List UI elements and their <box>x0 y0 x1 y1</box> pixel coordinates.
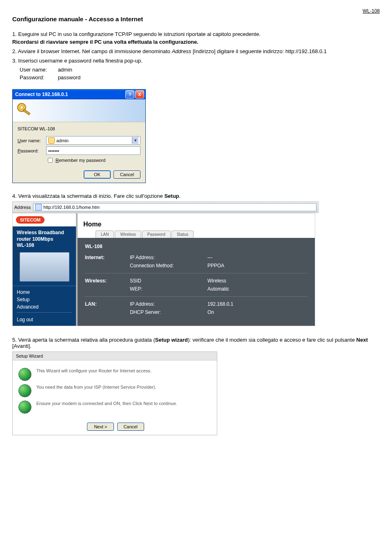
router-admin-page: SITECOM Wireless Broadband router 100Mbp… <box>12 213 315 326</box>
step-4-a: 4. Verrà visualizzata la schermata di in… <box>12 193 164 199</box>
step-3: 3. Inserisci username e password nella f… <box>12 57 380 65</box>
page-title: Configurazione manuale - Accesso a Inter… <box>12 16 380 22</box>
brand-area: SITECOM <box>13 213 76 226</box>
login-dialog: Connect to 192.168.0.1 ? X SITECOM WL-10… <box>12 89 146 183</box>
nav-logout[interactable]: Log out <box>17 316 72 323</box>
instructions-block: 1. Eseguire sul PC in uso la configurazi… <box>12 31 380 82</box>
step-2-a: 2. Avviare il browser Internet. Nel camp… <box>12 48 172 54</box>
step-4: 4. Verrà visualizzata la schermata di in… <box>12 193 380 199</box>
address-label: Address <box>14 205 31 210</box>
step-2: 2. Avviare il browser Internet. Nel camp… <box>12 48 380 56</box>
row-field: DHCP Server: <box>130 309 207 315</box>
tab-lan[interactable]: LAN <box>96 231 114 238</box>
router-model: WL-108 <box>85 244 307 249</box>
cred-pass-label: Password: <box>20 74 56 82</box>
table-row: DHCP Server: On <box>85 308 307 316</box>
chevron-down-icon[interactable]: ▾ <box>132 137 138 144</box>
row-value: On <box>207 309 307 315</box>
step-5-b: Setup wizard <box>155 337 188 343</box>
row-field: Connection Method: <box>130 263 207 269</box>
router-tabs: LAN Wireless Password Status <box>83 231 194 238</box>
prod-line-3: WL-108 <box>17 242 34 248</box>
table-row: WEP: Automatic <box>85 285 307 293</box>
router-sidebar: SITECOM Wireless Broadband router 100Mbp… <box>13 213 78 326</box>
username-value: admin <box>56 138 69 143</box>
help-button[interactable]: ? <box>125 90 134 99</box>
globe-icon <box>18 384 31 397</box>
cancel-button[interactable]: Cancel <box>114 170 140 179</box>
dialog-banner <box>13 99 145 122</box>
cred-user-value: admin <box>58 67 72 73</box>
doc-header-code: WL-108 <box>12 8 380 14</box>
row-label <box>85 263 130 269</box>
wizard-cancel-button[interactable]: Cancel <box>117 423 144 431</box>
cred-user: User name: admin <box>20 66 380 74</box>
row-value: PPPOA <box>207 263 307 269</box>
router-main: Home LAN Wireless Password Status WL-108… <box>78 213 315 326</box>
globe-icon <box>18 368 31 381</box>
nav-setup[interactable]: Setup <box>17 296 72 303</box>
username-input[interactable]: admin ▾ <box>46 136 140 145</box>
row-label <box>85 286 130 292</box>
step-1: 1. Eseguire sul PC in uso la configurazi… <box>12 31 380 46</box>
row-value: 192.168.0.1 <box>207 301 307 307</box>
row-field: SSID <box>130 278 207 284</box>
row-field: IP Address: <box>130 301 207 307</box>
password-value: ••••••• <box>48 148 59 153</box>
nav-advanced[interactable]: Advanced <box>17 303 72 311</box>
step-5-d: Next <box>356 337 368 343</box>
row-value: --- <box>207 255 307 260</box>
address-url: http://192.168.0.1/home.htm <box>43 205 100 210</box>
step-5-c: ): verificare che il modem sia collegato… <box>188 337 356 343</box>
ok-button[interactable]: OK <box>84 170 111 179</box>
row-label: Internet: <box>85 255 130 260</box>
router-image <box>20 252 69 282</box>
brand-logo: SITECOM <box>16 216 45 224</box>
tab-status[interactable]: Status <box>172 231 194 238</box>
step-5: 5. Verrà aperta la schermata relativa al… <box>12 337 380 349</box>
wizard-line-3: Ensure your modem is connected and ON, t… <box>36 401 177 407</box>
prod-line-1: Wireless Broadband <box>17 230 64 235</box>
ie-page-icon <box>35 204 42 210</box>
close-button[interactable]: X <box>135 90 144 99</box>
address-input[interactable]: http://192.168.0.1/home.htm <box>33 203 316 211</box>
address-bar: Address http://192.168.0.1/home.htm <box>12 201 318 213</box>
table-row: LAN: IP Address: 192.168.0.1 <box>85 300 307 308</box>
tab-wireless[interactable]: Wireless <box>115 231 141 238</box>
dialog-title: Connect to 192.168.0.1 <box>15 92 68 97</box>
svg-rect-2 <box>23 109 30 115</box>
step-4-b: Setup <box>164 193 179 199</box>
cred-user-label: User name: <box>20 66 56 74</box>
dialog-realm: SITECOM WL-108 <box>18 126 140 131</box>
wizard-title: Setup Wizard <box>13 352 217 360</box>
row-value: Wireless <box>207 278 307 284</box>
step-2-addr: Address <box>172 48 192 54</box>
dialog-titlebar[interactable]: Connect to 192.168.0.1 ? X <box>13 90 145 99</box>
product-title: Wireless Broadband router 100Mbps WL-108 <box>13 226 76 250</box>
row-value: Automatic <box>207 286 307 292</box>
next-button[interactable]: Next > <box>87 423 114 431</box>
table-row: Connection Method: PPPOA <box>85 262 307 270</box>
row-field: WEP: <box>130 286 207 292</box>
router-page-title: Home <box>83 221 101 228</box>
remember-checkbox[interactable] <box>48 158 53 163</box>
step-2-b: [Indirizzo] digitare il seguente indiriz… <box>191 48 327 54</box>
globe-icon <box>18 401 31 414</box>
nav-home[interactable]: Home <box>17 289 72 296</box>
table-row: Wireless: SSID Wireless <box>85 277 307 285</box>
row-label: Wireless: <box>85 278 130 284</box>
step-4-c: . <box>179 193 181 199</box>
prod-line-2: router 100Mbps <box>17 236 53 242</box>
remember-checkbox-row[interactable]: Remember my password <box>46 157 140 164</box>
step-5-a: 5. Verrà aperta la schermata relativa al… <box>12 337 155 343</box>
user-icon <box>48 137 55 144</box>
wizard-line-1: This Wizard will configure your Router f… <box>36 368 151 374</box>
tab-password[interactable]: Password <box>142 231 171 238</box>
password-input[interactable]: ••••••• <box>46 146 140 155</box>
row-field: IP Address: <box>130 255 207 260</box>
wizard-line-2: You need the data from your ISP (Interne… <box>36 384 156 390</box>
remember-label: Remember my password <box>56 158 105 163</box>
svg-point-1 <box>20 106 23 109</box>
step-1-bold: Ricordarsi di riavviare sempre il PC una… <box>12 39 198 45</box>
username-label: User name: <box>18 138 46 143</box>
